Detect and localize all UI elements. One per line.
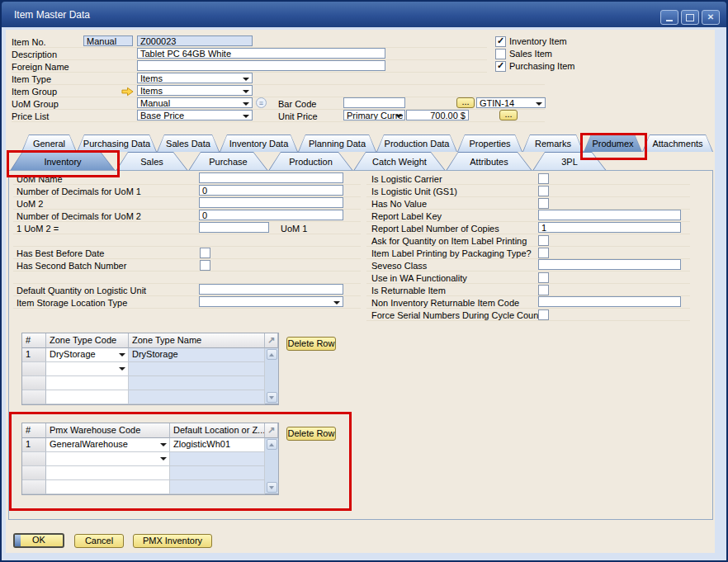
gtin-dropdown[interactable]: GTIN-14 <box>476 97 546 108</box>
title-bar[interactable]: Item Master Data ✕ <box>2 2 726 27</box>
report-label-copies-field[interactable]: 1 <box>538 222 681 233</box>
uom-group-menu-icon[interactable]: ≡ <box>256 97 267 108</box>
tab-attachments[interactable]: Attachments <box>642 135 713 152</box>
subtab-production[interactable]: Production <box>268 152 353 171</box>
tab-inventory-data[interactable]: Inventory Data <box>220 135 298 152</box>
maximize-button[interactable] <box>681 10 699 25</box>
row-divider <box>366 283 690 284</box>
has-no-value-label: Has No Value <box>371 199 427 209</box>
ok-button[interactable]: OK <box>13 533 64 548</box>
zone-code-cell[interactable]: DryStorage <box>46 348 129 362</box>
bar-code-field[interactable] <box>343 97 405 108</box>
row-divider <box>13 271 361 272</box>
minimize-button[interactable] <box>660 10 678 25</box>
is-logistic-carrier-checkbox[interactable] <box>538 173 549 184</box>
foreign-name-field[interactable] <box>137 60 385 71</box>
label-printing-packaging-checkbox[interactable] <box>538 248 549 258</box>
delete-row-button-zone[interactable]: Delete Row <box>286 337 336 351</box>
is-logistic-unit-checkbox[interactable] <box>538 186 549 196</box>
annotation-box-warehouse-table <box>9 412 352 511</box>
tab-properties[interactable]: Properties <box>457 135 522 152</box>
row-divider <box>12 84 545 85</box>
tab-sales-data[interactable]: Sales Data <box>157 135 220 152</box>
force-serial-numbers-checkbox[interactable] <box>538 309 549 320</box>
scroll-up-icon[interactable] <box>267 349 277 360</box>
expand-icon[interactable]: ↗ <box>265 333 278 348</box>
zone-code-cell[interactable] <box>46 390 129 404</box>
uom-group-label: UoM Group <box>12 99 59 109</box>
uom-name-field[interactable] <box>199 172 343 183</box>
zone-name-cell[interactable] <box>129 362 265 376</box>
ask-quantity-checkbox[interactable] <box>538 235 549 246</box>
row-number <box>22 390 46 404</box>
tab-general[interactable]: General <box>21 135 77 152</box>
subtab-sales[interactable]: Sales <box>116 152 188 171</box>
row-divider <box>13 258 361 259</box>
has-no-value-checkbox[interactable] <box>538 198 549 209</box>
foreign-name-label: Foreign Name <box>12 62 69 72</box>
zone-name-cell[interactable] <box>129 390 265 404</box>
inventory-item-label: Inventory Item <box>509 36 567 46</box>
close-button[interactable]: ✕ <box>702 10 720 25</box>
use-wa-functionality-checkbox[interactable] <box>538 272 549 283</box>
zone-code-cell[interactable] <box>46 376 129 390</box>
row-divider <box>366 234 690 234</box>
tab-remarks[interactable]: Remarks <box>522 135 584 152</box>
report-label-key-field[interactable] <box>538 210 681 220</box>
sales-item-checkbox[interactable] <box>495 49 506 59</box>
tab-planning-data[interactable]: Planning Data <box>298 135 376 152</box>
price-list-label: Price List <box>12 111 49 121</box>
subtab-purchase[interactable]: Purchase <box>188 152 268 171</box>
pmx-inventory-button[interactable]: PMX Inventory <box>133 534 212 548</box>
decimals-uom2-field[interactable]: 0 <box>199 210 343 220</box>
zone-name-cell[interactable] <box>129 376 265 390</box>
link-arrow-icon[interactable] <box>121 87 134 97</box>
zone-table-scrollbar[interactable] <box>265 348 278 404</box>
unit-price-field[interactable]: 700.00 $ <box>406 110 469 120</box>
price-list-dropdown[interactable]: Base Price <box>137 110 253 120</box>
description-field[interactable]: Tablet PC 64GB White <box>137 48 385 59</box>
best-before-checkbox[interactable] <box>200 248 210 258</box>
row-divider <box>366 196 690 197</box>
cancel-button[interactable]: Cancel <box>74 534 124 548</box>
force-serial-numbers-label: Force Serial Numbers During Cycle Count? <box>371 310 546 320</box>
scroll-down-icon[interactable] <box>267 392 277 403</box>
zone-col-code-header: Zone Type Code <box>46 333 129 348</box>
annotation-box-produmex-tab <box>580 133 647 160</box>
row-divider <box>366 246 690 247</box>
item-no-field[interactable]: Z000023 <box>137 35 253 46</box>
tab-purchasing-data[interactable]: Purchasing Data <box>77 135 157 152</box>
non-inventory-returnable-field[interactable] <box>538 296 681 307</box>
subtab-catch-weight[interactable]: Catch Weight <box>353 152 446 171</box>
non-inventory-returnable-label: Non Inventory Returnable Item Code <box>371 298 519 308</box>
item-no-mode-field[interactable]: Manual <box>83 35 133 46</box>
is-logistic-unit-label: Is Logistic Unit (GS1) <box>371 187 457 196</box>
currency-dropdown[interactable]: Primary Curre <box>343 110 405 120</box>
item-master-data-window: Item Master Data ✕ Item No. Manual Z0000… <box>0 0 728 562</box>
report-label-copies-label: Report Label Number of Copies <box>371 224 499 234</box>
tab-production-data[interactable]: Production Data <box>376 135 457 152</box>
item-type-label: Item Type <box>12 74 51 84</box>
seveso-class-field[interactable] <box>538 259 681 270</box>
second-batch-checkbox[interactable] <box>200 260 210 271</box>
inventory-item-checkbox[interactable] <box>495 36 506 47</box>
zone-name-cell[interactable]: DryStorage <box>129 348 265 362</box>
is-returnable-item-checkbox[interactable] <box>538 285 549 295</box>
item-group-dropdown[interactable]: Items <box>137 85 253 96</box>
purchasing-item-checkbox[interactable] <box>495 61 506 72</box>
uom2-field[interactable] <box>199 197 343 208</box>
storage-location-type-dropdown[interactable] <box>199 296 343 307</box>
uom-group-dropdown[interactable]: Manual <box>137 97 253 108</box>
best-before-label: Has Best Before Date <box>17 248 104 258</box>
window-controls: ✕ <box>660 10 720 25</box>
zone-code-cell[interactable] <box>46 362 129 376</box>
subtab-attributes[interactable]: Attributes <box>446 152 532 171</box>
item-type-dropdown[interactable]: Items <box>137 73 253 83</box>
row-divider <box>366 308 690 309</box>
default-qty-field[interactable] <box>199 284 343 295</box>
decimals-uom1-field[interactable]: 0 <box>199 185 343 196</box>
bar-code-browse-button[interactable]: ... <box>456 97 475 108</box>
unit-price-browse-button[interactable]: ... <box>499 110 518 120</box>
default-qty-label: Default Quantity on Logistic Unit <box>17 286 146 295</box>
uom-ratio-field[interactable] <box>199 222 269 233</box>
